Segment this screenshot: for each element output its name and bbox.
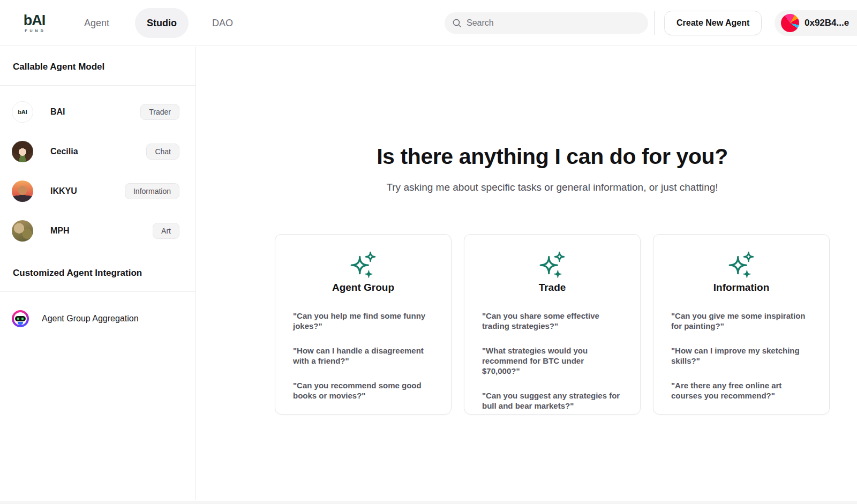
tab-agent[interactable]: Agent: [84, 17, 109, 28]
mph-avatar: [12, 220, 33, 242]
wallet-avatar: [781, 14, 799, 32]
sidebar-agent-mph[interactable]: MPH Art: [12, 219, 179, 243]
cecilia-avatar: [12, 141, 33, 162]
main-panel: Is there anything I can do for you? Try …: [196, 47, 857, 500]
prompt-suggestion[interactable]: "Can you suggest any strategies for bull…: [482, 390, 622, 411]
sparkles-icon: [671, 251, 811, 279]
ikkyu-avatar: [12, 180, 33, 202]
prompt-suggestion[interactable]: "How can I handle a disagreement with a …: [293, 345, 433, 366]
agent-name: MPH: [50, 226, 70, 236]
sparkles-icon: [293, 251, 433, 279]
sidebar: Callable Agent Model bAI BAI Trader Ceci…: [0, 47, 196, 500]
prompt-suggestion[interactable]: "Can you share some effective trading st…: [482, 311, 622, 331]
agent-tag-badge: Chat: [146, 144, 179, 160]
agent-name: Cecilia: [50, 147, 78, 156]
customized-agent-integration-heading: Customized Agent Integration: [0, 258, 196, 291]
card-title: Agent Group: [293, 282, 433, 294]
card-prompts: "Can you share some effective trading st…: [482, 311, 622, 411]
brand-logo-text: bAI: [19, 13, 49, 28]
brand-logo-subtext: FUND: [19, 29, 49, 33]
card-title: Information: [671, 282, 811, 294]
prompt-suggestion[interactable]: "What strategies would you recommend for…: [482, 345, 622, 376]
card-prompts: "Can you help me find some funny jokes?"…: [293, 311, 433, 401]
sidebar-agent-cecilia[interactable]: Cecilia Chat: [12, 139, 179, 164]
aggregation-label: Agent Group Aggregation: [42, 314, 139, 324]
sidebar-item-agent-group-aggregation[interactable]: Agent Group Aggregation: [0, 292, 196, 327]
header-divider: [655, 11, 655, 35]
window-edge: [0, 501, 857, 504]
callable-agent-model-heading: Callable Agent Model: [0, 47, 196, 85]
suggestion-cards: Agent Group "Can you help me find some f…: [275, 234, 830, 415]
agent-list: bAI BAI Trader Cecilia Chat IKKYU Inform…: [0, 86, 196, 243]
sparkles-icon: [482, 251, 622, 279]
tab-studio[interactable]: Studio: [135, 8, 189, 38]
agent-tag-badge: Trader: [140, 104, 179, 120]
agent-name: IKKYU: [50, 186, 77, 196]
agent-name: BAI: [50, 107, 65, 117]
search-input[interactable]: [467, 18, 641, 28]
prompt-suggestion[interactable]: "Can you help me find some funny jokes?": [293, 311, 433, 331]
sidebar-agent-bai[interactable]: bAI BAI Trader: [12, 100, 179, 124]
card-trade: Trade "Can you share some effective trad…: [464, 234, 641, 415]
brand-logo[interactable]: bAI FUND: [19, 13, 49, 33]
bai-avatar: bAI: [12, 101, 33, 123]
card-agent-group: Agent Group "Can you help me find some f…: [275, 234, 452, 415]
wallet-address: 0x92B4...e: [805, 18, 849, 28]
agent-tag-badge: Information: [125, 183, 179, 199]
prompt-suggestion[interactable]: "Are there any free online art courses y…: [671, 380, 811, 401]
page-title: Is there anything I can do for you?: [275, 144, 830, 169]
top-nav: bAI FUND Agent Studio DAO Create New Age…: [0, 0, 857, 46]
prompt-suggestion[interactable]: "How can I improve my sketching skills?": [671, 345, 811, 366]
agent-tag-badge: Art: [153, 223, 179, 239]
wallet-pill[interactable]: 0x92B4...e: [775, 10, 857, 36]
page-subtitle: Try asking me about specific tasks or ge…: [275, 182, 830, 193]
card-prompts: "Can you give me some inspiration for pa…: [671, 311, 811, 401]
prompt-suggestion[interactable]: "Can you recommend some good books or mo…: [293, 380, 433, 401]
search-box[interactable]: [445, 12, 648, 34]
prompt-suggestion[interactable]: "Can you give me some inspiration for pa…: [671, 311, 811, 331]
create-new-agent-button[interactable]: Create New Agent: [664, 11, 762, 35]
card-title: Trade: [482, 282, 622, 294]
sidebar-agent-ikkyu[interactable]: IKKYU Information: [12, 179, 179, 204]
card-information: Information "Can you give me some inspir…: [653, 234, 830, 415]
search-icon: [452, 18, 462, 28]
tab-dao[interactable]: DAO: [212, 17, 233, 28]
robot-icon: [12, 310, 29, 327]
